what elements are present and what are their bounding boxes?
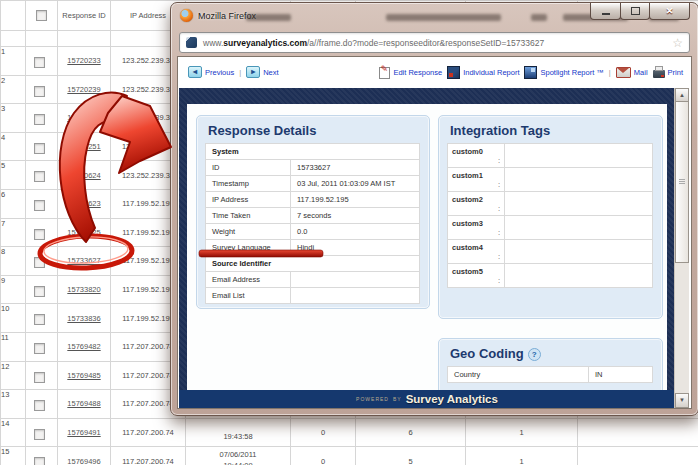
response-id-cell: 15769496 xyxy=(58,447,111,465)
individual-report-link[interactable]: Individual Report xyxy=(447,66,519,79)
row-checkbox[interactable] xyxy=(34,343,45,354)
select-all-checkbox[interactable] xyxy=(36,10,47,21)
spotlight-report-link[interactable]: Spotlight Report ™ xyxy=(524,66,603,79)
stat-cell: 1 xyxy=(466,418,578,447)
stat-cell: 1 xyxy=(466,447,578,465)
header-response-id: Response ID xyxy=(58,1,111,31)
detail-row: Survey LanguageHindi xyxy=(206,240,420,256)
row-number: 2 xyxy=(1,75,26,104)
response-id-cell: 15720245 xyxy=(58,104,111,133)
row-checkbox-cell xyxy=(26,275,58,304)
row-checkbox[interactable] xyxy=(34,200,45,211)
row-number: 13 xyxy=(1,390,26,419)
response-id-link[interactable]: 15769485 xyxy=(67,371,100,380)
previous-link[interactable]: ◂ Previous xyxy=(188,66,234,78)
response-id-link[interactable]: 15769482 xyxy=(67,342,100,351)
stat-cell xyxy=(578,418,698,447)
custom-tag-value xyxy=(505,144,653,168)
detail-row: Email List xyxy=(206,288,420,304)
response-id-link[interactable]: 15769491 xyxy=(67,428,100,437)
custom-tag-colon: : xyxy=(452,204,500,213)
vertical-scrollbar[interactable]: ▲ ▼ xyxy=(674,88,689,408)
row-checkbox-cell xyxy=(26,75,58,104)
scrollbar-thumb[interactable] xyxy=(675,101,689,263)
row-checkbox[interactable] xyxy=(34,400,45,411)
response-id-link[interactable]: 15720245 xyxy=(67,113,100,122)
row-checkbox[interactable] xyxy=(34,57,45,68)
row-checkbox[interactable] xyxy=(34,114,45,125)
header-select-all xyxy=(26,1,58,31)
custom-tag-row: custom5: xyxy=(448,264,653,288)
row-checkbox[interactable] xyxy=(34,143,45,154)
glass-reflection xyxy=(386,14,501,21)
site-favicon xyxy=(186,37,197,48)
row-checkbox-cell xyxy=(26,304,58,333)
next-arrow-icon: ▸ xyxy=(246,66,260,78)
row-checkbox[interactable] xyxy=(34,86,45,97)
print-link[interactable]: Print xyxy=(653,67,683,78)
detail-label: Weight xyxy=(206,224,291,240)
integration-tags-body: custom0:custom1:custom2:custom3:custom4:… xyxy=(448,144,653,288)
response-id-link[interactable]: 15720251 xyxy=(67,142,100,151)
response-id-link[interactable]: 15720624 xyxy=(67,171,100,180)
next-link[interactable]: ▸ Next xyxy=(246,66,278,78)
row-checkbox-cell xyxy=(26,218,58,247)
custom-tag-name: custom4 xyxy=(452,243,500,252)
custom-tag-label: custom1: xyxy=(448,168,505,192)
row-checkbox[interactable] xyxy=(34,257,45,268)
response-id-link[interactable]: 15720233 xyxy=(67,56,100,65)
row-checkbox[interactable] xyxy=(34,372,45,383)
bookmark-star-icon[interactable]: ☆ xyxy=(672,37,683,49)
mail-link[interactable]: Mail xyxy=(616,67,648,78)
maximize-button[interactable] xyxy=(620,3,650,20)
row-number: 10 xyxy=(1,304,26,333)
row-number: 4 xyxy=(1,132,26,161)
row-checkbox-cell xyxy=(26,361,58,390)
row-checkbox[interactable] xyxy=(34,229,45,240)
response-id-link[interactable]: 15733820 xyxy=(67,285,100,294)
row-checkbox[interactable] xyxy=(34,286,45,297)
individual-report-icon xyxy=(447,66,460,79)
table-row: 1415769491117.207.200.7419:43:58061 xyxy=(1,418,698,447)
glass-reflection xyxy=(531,14,547,21)
url-field[interactable]: www.surveyanalytics.com/a//frame.do?mode… xyxy=(179,32,690,53)
help-icon[interactable]: ? xyxy=(528,348,541,361)
response-id-link[interactable]: 15728623 xyxy=(67,199,100,208)
timestamp-time: 19:44:09 xyxy=(186,461,290,465)
response-id-link[interactable]: 15733836 xyxy=(67,314,100,323)
by-label: BY xyxy=(393,396,402,402)
response-id-link[interactable]: 15733625 xyxy=(67,228,100,237)
response-id-link[interactable]: 15733627 xyxy=(67,256,100,265)
address-bar-row: www.surveyanalytics.com/a//frame.do?mode… xyxy=(177,28,692,56)
row-number: 7 xyxy=(1,218,26,247)
response-id-cell: 15728623 xyxy=(58,189,111,218)
response-id-link[interactable]: 15769488 xyxy=(67,399,100,408)
close-button[interactable]: ✕ xyxy=(649,3,690,20)
row-checkbox-cell xyxy=(26,247,58,276)
custom-tag-label: custom4: xyxy=(448,240,505,264)
detail-row: IP Address117.199.52.195 xyxy=(206,192,420,208)
minimize-button[interactable] xyxy=(590,3,621,20)
detail-value: 7 seconds xyxy=(291,208,420,224)
response-id-cell: 15769485 xyxy=(58,361,111,390)
custom-tag-row: custom4: xyxy=(448,240,653,264)
section-header: Source Identifier xyxy=(206,256,420,272)
scroll-down-button[interactable]: ▼ xyxy=(675,393,689,408)
firefox-icon xyxy=(180,9,193,22)
stat-cell xyxy=(578,447,698,465)
row-checkbox[interactable] xyxy=(34,429,45,440)
window-titlebar[interactable]: Mozilla Firefox ✕ xyxy=(171,3,698,28)
row-checkbox[interactable] xyxy=(34,171,45,182)
response-id-link[interactable]: 15720239 xyxy=(67,85,100,94)
detail-label: Email Address xyxy=(206,272,291,288)
response-id-link[interactable]: 15769496 xyxy=(67,457,100,465)
row-number: 3 xyxy=(1,104,26,133)
edit-response-link[interactable]: ✎ Edit Response xyxy=(379,67,442,79)
separator: | xyxy=(609,68,611,77)
section-header: System xyxy=(206,144,420,160)
response-id-cell: 15720239 xyxy=(58,75,111,104)
powered-label: POWERED xyxy=(356,396,389,402)
timestamp-date: 07/06/2011 xyxy=(186,450,290,461)
row-checkbox[interactable] xyxy=(34,457,45,465)
row-checkbox[interactable] xyxy=(34,314,45,325)
